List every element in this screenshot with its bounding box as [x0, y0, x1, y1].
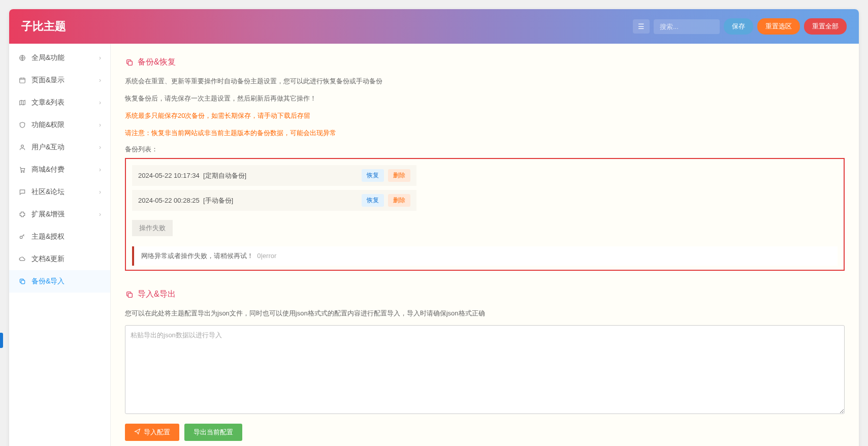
cloud-icon	[18, 255, 26, 263]
map-icon	[18, 99, 26, 107]
header-actions: ☰ 保存 重置选区 重置全部	[633, 18, 847, 35]
sidebar-label: 文章&列表	[31, 98, 65, 107]
error-text: 网络异常或者操作失败，请稍候再试！	[141, 252, 253, 260]
chevron-right-icon: ›	[99, 77, 101, 84]
chevron-right-icon: ›	[99, 99, 101, 106]
backup-row-text: 2024-05-22 10:17:34 [定期自动备份]	[138, 171, 246, 180]
backup-row-text: 2024-05-22 00:28:25 [手动备份]	[138, 196, 233, 205]
backup-section-title: 备份&恢复	[125, 57, 845, 68]
svg-rect-1	[20, 78, 25, 83]
side-tab[interactable]	[0, 333, 3, 348]
highlight-box: 2024-05-22 10:17:34 [定期自动备份] 恢复 删除 2024-…	[125, 158, 845, 271]
backup-row: 2024-05-22 10:17:34 [定期自动备份] 恢复 删除	[132, 165, 416, 186]
restore-button[interactable]: 恢复	[362, 169, 384, 182]
backup-info-1: 系统会在重置、更新等重要操作时自动备份主题设置，您可以此进行恢复备份或手动备份	[125, 76, 845, 87]
sidebar-item-user[interactable]: 用户&互动 ›	[9, 136, 110, 158]
app-title: 子比主题	[21, 19, 66, 34]
plugin-icon	[18, 210, 26, 218]
sidebar-label: 页面&显示	[31, 76, 65, 85]
svg-point-2	[21, 145, 24, 147]
chevron-right-icon: ›	[99, 166, 101, 173]
section-title-text: 备份&恢复	[138, 57, 176, 68]
send-icon	[134, 428, 141, 436]
sidebar-label: 全局&功能	[31, 53, 65, 62]
copy-icon	[18, 277, 26, 285]
backup-warn-2: 请注意：恢复非当前网站或非当前主题版本的备份数据，可能会出现异常	[125, 128, 845, 139]
chevron-right-icon: ›	[99, 211, 101, 218]
cart-icon	[18, 166, 26, 174]
section-title-text: 导入&导出	[138, 289, 176, 300]
backup-warn-1: 系统最多只能保存20次备份，如需长期保存，请手动下载后存留	[125, 110, 845, 121]
key-icon	[18, 233, 26, 241]
header-bar: 子比主题 ☰ 保存 重置选区 重置全部	[9, 9, 859, 44]
sidebar-item-global[interactable]: 全局&功能 ›	[9, 47, 110, 69]
import-section-title: 导入&导出	[125, 289, 845, 300]
sidebar-label: 功能&权限	[31, 120, 65, 130]
operation-failed-badge: 操作失败	[132, 220, 173, 236]
content-area: 备份&恢复 系统会在重置、更新等重要操作时自动备份主题设置，您可以此进行恢复备份…	[111, 44, 859, 446]
menu-toggle-button[interactable]: ☰	[633, 19, 650, 34]
copy-icon	[125, 290, 134, 299]
sidebar-label: 备份&导入	[31, 277, 65, 286]
error-code: 0|error	[257, 252, 276, 260]
svg-point-3	[21, 172, 22, 173]
restore-button[interactable]: 恢复	[362, 194, 384, 207]
import-config-button[interactable]: 导入配置	[125, 424, 179, 441]
delete-button[interactable]: 删除	[388, 194, 410, 207]
sidebar-label: 用户&互动	[31, 143, 65, 152]
svg-point-5	[20, 236, 22, 239]
sidebar-item-theme[interactable]: 主题&授权	[9, 226, 110, 248]
svg-rect-8	[128, 293, 132, 297]
sidebar-item-backup[interactable]: 备份&导入	[9, 270, 110, 293]
chevron-right-icon: ›	[99, 188, 101, 196]
import-btn-label: 导入配置	[144, 428, 170, 437]
svg-rect-7	[128, 61, 132, 65]
import-desc: 您可以在此处将主题配置导出为json文件，同时也可以使用json格式式的配置内容…	[125, 308, 845, 319]
chevron-right-icon: ›	[99, 54, 101, 61]
search-input[interactable]	[654, 19, 720, 34]
delete-button[interactable]: 删除	[388, 169, 410, 182]
backup-row: 2024-05-22 00:28:25 [手动备份] 恢复 删除	[132, 190, 416, 211]
calendar-icon	[18, 76, 26, 84]
shield-icon	[18, 121, 26, 129]
sidebar-label: 社区&论坛	[31, 187, 65, 197]
import-textarea[interactable]	[125, 325, 845, 414]
sidebar-item-permission[interactable]: 功能&权限 ›	[9, 114, 110, 136]
reset-area-button[interactable]: 重置选区	[757, 18, 800, 35]
sidebar-item-docs[interactable]: 文档&更新	[9, 248, 110, 270]
backup-list-label: 备份列表：	[125, 145, 845, 154]
svg-point-4	[23, 172, 24, 173]
save-button[interactable]: 保存	[724, 18, 753, 35]
sidebar-item-article[interactable]: 文章&列表 ›	[9, 91, 110, 114]
error-message-bar: 网络异常或者操作失败，请稍候再试！ 0|error	[132, 246, 838, 266]
copy-icon	[125, 58, 134, 67]
chat-icon	[18, 188, 26, 196]
sidebar-label: 文档&更新	[31, 254, 65, 264]
reset-all-button[interactable]: 重置全部	[804, 18, 847, 35]
svg-rect-6	[21, 280, 25, 284]
export-config-button[interactable]: 导出当前配置	[184, 424, 242, 441]
sidebar-label: 扩展&增强	[31, 210, 65, 219]
backup-info-2: 恢复备份后，请先保存一次主题设置，然后刷新后再做其它操作！	[125, 93, 845, 104]
sidebar-label: 主题&授权	[31, 232, 65, 241]
sidebar-item-shop[interactable]: 商城&付费 ›	[9, 158, 110, 181]
globe-icon	[18, 54, 26, 62]
sidebar: 全局&功能 › 页面&显示 › 文章&列表 ›	[9, 44, 111, 446]
sidebar-label: 商城&付费	[31, 165, 65, 174]
chevron-right-icon: ›	[99, 144, 101, 151]
chevron-right-icon: ›	[99, 121, 101, 129]
sidebar-item-page[interactable]: 页面&显示 ›	[9, 69, 110, 91]
sidebar-item-extend[interactable]: 扩展&增强 ›	[9, 203, 110, 226]
user-icon	[18, 143, 26, 151]
sidebar-item-community[interactable]: 社区&论坛 ›	[9, 181, 110, 203]
